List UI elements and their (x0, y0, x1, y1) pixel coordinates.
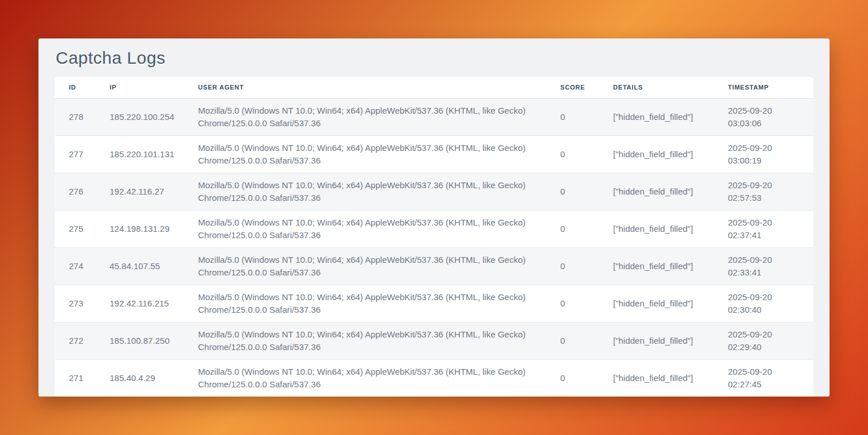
cell-id: 276 (55, 173, 110, 210)
cell-details: ["hidden_field_filled"] (613, 135, 728, 173)
cell-details-text: ["hidden_field_filled"] (613, 261, 693, 271)
cell-details-text: ["hidden_field_filled"] (613, 149, 693, 159)
cell-user-agent: Mozilla/5.0 (Windows NT 10.0; Win64; x64… (198, 322, 560, 359)
cell-details: ["hidden_field_filled"] (613, 322, 728, 359)
cell-ip: 185.220.100.254 (110, 98, 198, 135)
cell-ip: 185.40.4.29 (110, 359, 198, 397)
cell-details: ["hidden_field_filled"] (613, 359, 728, 397)
header-id: ID (55, 77, 110, 98)
cell-user-agent: Mozilla/5.0 (Windows NT 10.0; Win64; x64… (198, 285, 560, 322)
cell-id: 278 (55, 98, 110, 135)
header-row: ID IP USER AGENT SCORE DETAILS TIMESTAMP (55, 77, 813, 98)
cell-ip: 185.220.101.131 (110, 135, 198, 173)
table-row: 272185.100.87.250Mozilla/5.0 (Windows NT… (55, 322, 813, 359)
cell-ip-text: 124.198.131.29 (110, 224, 169, 234)
cell-score: 0 (560, 98, 613, 135)
cell-details: ["hidden_field_filled"] (613, 173, 728, 210)
cell-score-text: 0 (560, 149, 565, 159)
cell-id-text: 273 (69, 298, 83, 308)
cell-user-agent: Mozilla/5.0 (Windows NT 10.0; Win64; x64… (198, 359, 560, 397)
cell-score-text: 0 (560, 187, 565, 196)
logs-table: ID IP USER AGENT SCORE DETAILS TIMESTAMP… (55, 77, 813, 397)
cell-timestamp: 2025-09-20 02:27:45 (728, 359, 813, 397)
cell-details: ["hidden_field_filled"] (613, 210, 728, 247)
table-row: 27445.84.107.55Mozilla/5.0 (Windows NT 1… (55, 247, 813, 285)
cell-timestamp-text: 2025-09-20 02:29:40 (728, 328, 782, 354)
cell-user-agent-text: Mozilla/5.0 (Windows NT 10.0; Win64; x64… (198, 216, 542, 242)
table-row: 278185.220.100.254Mozilla/5.0 (Windows N… (55, 98, 813, 135)
cell-score-text: 0 (560, 336, 565, 345)
cell-ip-text: 185.220.101.131 (110, 149, 175, 159)
cell-id-text: 275 (69, 224, 83, 234)
cell-user-agent-text: Mozilla/5.0 (Windows NT 10.0; Win64; x64… (198, 366, 542, 391)
cell-id-text: 277 (69, 149, 83, 159)
cell-timestamp-text: 2025-09-20 02:33:41 (728, 254, 782, 279)
cell-ip-text: 185.220.100.254 (110, 112, 175, 122)
cell-score: 0 (560, 173, 613, 210)
table-row: 276192.42.116.27Mozilla/5.0 (Windows NT … (55, 173, 813, 210)
header-ip: IP (110, 77, 198, 98)
cell-details-text: ["hidden_field_filled"] (613, 112, 693, 122)
cell-timestamp-text: 2025-09-20 02:27:45 (728, 366, 782, 391)
cell-ip-text: 185.100.87.250 (110, 336, 169, 345)
cell-ip-text: 192.42.116.27 (110, 187, 164, 196)
cell-id: 277 (55, 135, 110, 173)
cell-score: 0 (560, 247, 613, 285)
cell-ip-text: 192.42.116.215 (110, 298, 169, 308)
cell-ip: 192.42.116.215 (110, 285, 198, 322)
cell-id: 274 (55, 247, 110, 285)
page-title: Captcha Logs (56, 48, 830, 68)
cell-timestamp-text: 2025-09-20 02:30:40 (728, 291, 782, 316)
cell-id: 271 (55, 359, 110, 397)
cell-details: ["hidden_field_filled"] (613, 98, 728, 135)
header-details: DETAILS (613, 77, 728, 98)
cell-score-text: 0 (560, 112, 565, 122)
cell-timestamp: 2025-09-20 02:30:40 (728, 285, 813, 322)
cell-user-agent-text: Mozilla/5.0 (Windows NT 10.0; Win64; x64… (198, 104, 542, 130)
cell-score-text: 0 (560, 261, 565, 271)
cell-score: 0 (560, 135, 613, 173)
cell-timestamp: 2025-09-20 02:57:53 (728, 173, 813, 210)
cell-timestamp: 2025-09-20 03:00:19 (728, 135, 813, 173)
logs-table-header: ID IP USER AGENT SCORE DETAILS TIMESTAMP (55, 77, 813, 98)
cell-details: ["hidden_field_filled"] (613, 247, 728, 285)
table-row: 271185.40.4.29Mozilla/5.0 (Windows NT 10… (55, 359, 813, 397)
cell-id: 275 (55, 210, 110, 247)
logs-table-body: 278185.220.100.254Mozilla/5.0 (Windows N… (55, 98, 813, 397)
cell-user-agent: Mozilla/5.0 (Windows NT 10.0; Win64; x64… (198, 210, 560, 247)
cell-timestamp-text: 2025-09-20 03:00:19 (728, 142, 782, 167)
cell-score-text: 0 (560, 298, 565, 308)
cell-id: 272 (55, 322, 110, 359)
cell-id-text: 271 (69, 373, 83, 383)
header-timestamp: TIMESTAMP (728, 77, 813, 98)
cell-details-text: ["hidden_field_filled"] (613, 224, 693, 234)
cell-timestamp: 2025-09-20 02:29:40 (728, 322, 813, 359)
cell-user-agent: Mozilla/5.0 (Windows NT 10.0; Win64; x64… (198, 173, 560, 210)
cell-details-text: ["hidden_field_filled"] (613, 187, 693, 196)
header-user-agent: USER AGENT (198, 77, 560, 98)
cell-user-agent-text: Mozilla/5.0 (Windows NT 10.0; Win64; x64… (198, 291, 542, 316)
cell-timestamp: 2025-09-20 02:37:41 (728, 210, 813, 247)
cell-timestamp-text: 2025-09-20 03:03:06 (728, 104, 782, 130)
cell-ip-text: 185.40.4.29 (110, 373, 155, 383)
cell-timestamp-text: 2025-09-20 02:37:41 (728, 216, 782, 242)
cell-ip: 185.100.87.250 (110, 322, 198, 359)
captcha-logs-card: Captcha Logs ID IP USER AGENT SCORE DETA… (38, 38, 830, 397)
cell-user-agent-text: Mozilla/5.0 (Windows NT 10.0; Win64; x64… (198, 142, 542, 167)
logs-table-container: ID IP USER AGENT SCORE DETAILS TIMESTAMP… (55, 77, 813, 397)
cell-timestamp: 2025-09-20 03:03:06 (728, 98, 813, 135)
cell-details-text: ["hidden_field_filled"] (613, 336, 693, 345)
cell-user-agent-text: Mozilla/5.0 (Windows NT 10.0; Win64; x64… (198, 179, 542, 204)
cell-user-agent-text: Mozilla/5.0 (Windows NT 10.0; Win64; x64… (198, 254, 542, 279)
cell-id-text: 274 (69, 261, 83, 271)
cell-timestamp-text: 2025-09-20 02:57:53 (728, 179, 782, 204)
cell-score-text: 0 (560, 224, 565, 234)
cell-user-agent: Mozilla/5.0 (Windows NT 10.0; Win64; x64… (198, 247, 560, 285)
cell-details-text: ["hidden_field_filled"] (613, 298, 693, 308)
header-score: SCORE (560, 77, 613, 98)
cell-details: ["hidden_field_filled"] (613, 285, 728, 322)
cell-id: 273 (55, 285, 110, 322)
cell-ip: 124.198.131.29 (110, 210, 198, 247)
cell-ip: 45.84.107.55 (110, 247, 198, 285)
table-row: 277185.220.101.131Mozilla/5.0 (Windows N… (55, 135, 813, 173)
